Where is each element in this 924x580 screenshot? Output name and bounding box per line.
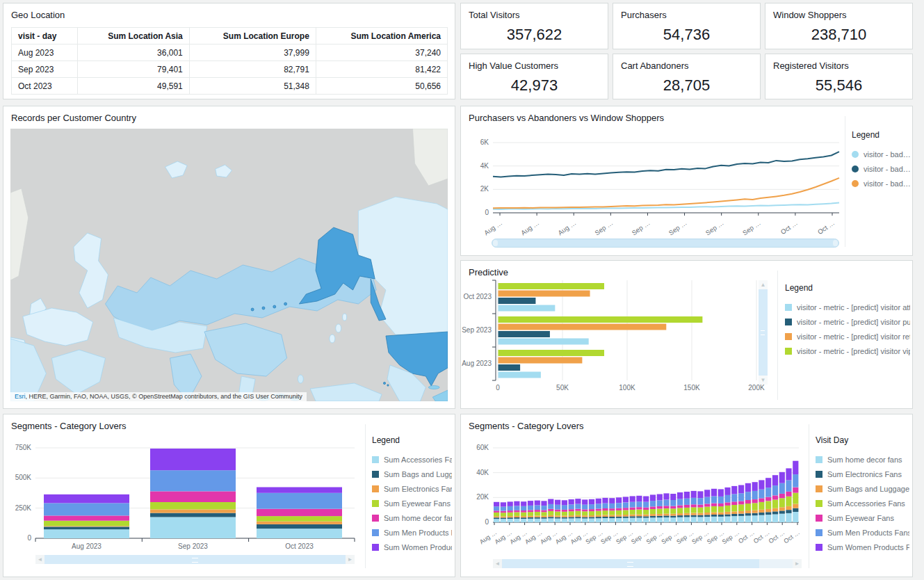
bar-segment[interactable]	[724, 506, 730, 512]
bar-segment[interactable]	[575, 499, 581, 504]
bar-segment[interactable]	[684, 505, 690, 508]
bar-segment[interactable]	[745, 483, 751, 492]
bar-segment[interactable]	[528, 517, 533, 519]
bar-segment[interactable]	[677, 492, 683, 499]
legend-item[interactable]: Sum Electronics Fans	[372, 481, 452, 496]
bar-segment[interactable]	[535, 501, 540, 506]
bar-segment[interactable]	[636, 496, 642, 501]
bar-segment[interactable]	[759, 510, 764, 513]
bar-segment[interactable]	[793, 474, 798, 488]
bar-segment[interactable]	[494, 517, 499, 519]
bar-segment[interactable]	[630, 515, 635, 517]
bar-segment[interactable]	[150, 509, 236, 513]
bar-segment[interactable]	[616, 503, 622, 508]
bar-segment[interactable]	[499, 305, 556, 312]
bar-segment[interactable]	[765, 515, 771, 522]
legend-item[interactable]: Sum home decor fans	[816, 452, 909, 467]
bar-segment[interactable]	[589, 504, 594, 509]
legend-item[interactable]: visitor - bad…	[852, 147, 911, 161]
bar-segment[interactable]	[772, 475, 778, 485]
bar-segment[interactable]	[684, 517, 690, 523]
bar-segment[interactable]	[636, 516, 642, 517]
bar-segment[interactable]	[44, 521, 129, 526]
bar-segment[interactable]	[630, 516, 635, 517]
bar-segment[interactable]	[663, 506, 669, 508]
bar-segment[interactable]	[623, 503, 629, 508]
bar-segment[interactable]	[521, 519, 526, 522]
bar-segment[interactable]	[609, 515, 615, 517]
bar-segment[interactable]	[704, 515, 710, 517]
bar-segment[interactable]	[514, 519, 519, 522]
bar-segment[interactable]	[786, 513, 791, 522]
bar-segment[interactable]	[738, 511, 744, 514]
bar-segment[interactable]	[501, 516, 506, 517]
bar-segment[interactable]	[582, 519, 587, 523]
bar-segment[interactable]	[643, 497, 649, 502]
bar-segment[interactable]	[711, 496, 717, 503]
bar-segment[interactable]	[616, 517, 622, 518]
bar-segment[interactable]	[596, 517, 601, 518]
bar-segment[interactable]	[718, 513, 724, 515]
bar-segment[interactable]	[548, 511, 553, 515]
bar-segment[interactable]	[508, 510, 513, 513]
bar-segment[interactable]	[589, 517, 594, 518]
map-attribution-esri[interactable]: Esri	[15, 393, 26, 400]
scroll-up-icon[interactable]: ▲	[759, 280, 768, 289]
legend-item[interactable]: Sum Bags and Lugga…	[372, 467, 452, 481]
bar-segment[interactable]	[535, 516, 540, 517]
bar-segment[interactable]	[535, 512, 540, 516]
bar-segment[interactable]	[521, 517, 526, 519]
bar-segment[interactable]	[759, 490, 764, 499]
bar-segment[interactable]	[521, 516, 526, 517]
bar-segment[interactable]	[548, 518, 553, 522]
bar-segment[interactable]	[602, 517, 608, 518]
scroll-right-icon[interactable]: ►	[346, 555, 355, 564]
bar-segment[interactable]	[555, 519, 560, 523]
bar-segment[interactable]	[657, 517, 663, 522]
bar-segment[interactable]	[569, 499, 574, 504]
bar-segment[interactable]	[691, 507, 697, 513]
bar-segment[interactable]	[521, 501, 526, 506]
bar-segment[interactable]	[643, 518, 649, 522]
bar-segment[interactable]	[650, 494, 656, 501]
bar-segment[interactable]	[677, 515, 683, 517]
bar-segment[interactable]	[704, 504, 710, 506]
bar-segment[interactable]	[528, 512, 533, 516]
bar-segment[interactable]	[718, 506, 724, 513]
legend-item[interactable]: Sum Accessories Fans	[816, 496, 909, 510]
bar-segment[interactable]	[630, 510, 635, 515]
bar-segment[interactable]	[501, 511, 506, 513]
bar-segment[interactable]	[514, 517, 519, 519]
bar-segment[interactable]	[663, 517, 669, 522]
line-series[interactable]	[493, 178, 839, 208]
bar-segment[interactable]	[759, 513, 764, 515]
bar-segment[interactable]	[657, 509, 663, 514]
bar-segment[interactable]	[731, 516, 737, 522]
bar-segment[interactable]	[691, 498, 697, 505]
bar-segment[interactable]	[589, 511, 594, 515]
bar-segment[interactable]	[691, 504, 697, 507]
bar-segment[interactable]	[752, 499, 758, 503]
bar-segment[interactable]	[569, 517, 574, 518]
bar-segment[interactable]	[772, 495, 778, 499]
bar-segment[interactable]	[793, 488, 798, 493]
legend-item[interactable]: Sum Electronics Fans	[816, 467, 909, 481]
bar-segment[interactable]	[738, 516, 744, 522]
bar-segment[interactable]	[575, 517, 581, 518]
bar-segment[interactable]	[684, 492, 690, 499]
segments-daily-scrollbar[interactable]: ◄ ►	[493, 559, 802, 568]
bar-segment[interactable]	[752, 510, 758, 513]
bar-segment[interactable]	[643, 510, 649, 515]
legend-item[interactable]: Sum Accessories Fans	[372, 452, 452, 467]
bar-segment[interactable]	[616, 515, 622, 517]
predictive-scrollbar[interactable]: ▲ ▼	[759, 280, 768, 385]
segments-monthly-plot[interactable]: 0250K500K750KAug 2023Sep 2023Oct 2023	[3, 414, 362, 554]
bar-segment[interactable]	[793, 493, 798, 504]
bar-segment[interactable]	[609, 498, 615, 504]
bar-segment[interactable]	[691, 515, 697, 517]
bar-segment[interactable]	[562, 512, 567, 516]
bar-segment[interactable]	[752, 482, 758, 491]
bar-segment[interactable]	[657, 516, 663, 517]
bar-segment[interactable]	[257, 529, 342, 538]
bar-segment[interactable]	[786, 510, 791, 513]
